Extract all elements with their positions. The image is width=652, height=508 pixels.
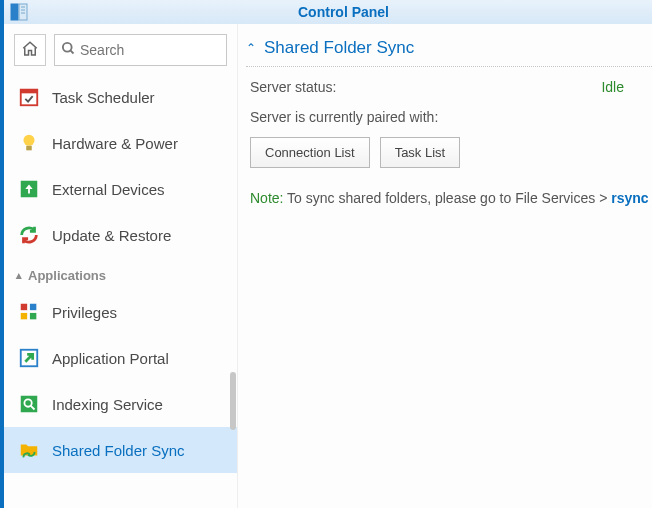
svg-rect-12 — [21, 304, 27, 310]
task-list-button[interactable]: Task List — [380, 137, 461, 168]
note-link-rsync[interactable]: rsync — [611, 190, 648, 206]
svg-rect-14 — [21, 313, 27, 319]
search-input-wrap[interactable] — [54, 34, 227, 66]
sidebar-item-update-restore[interactable]: Update & Restore — [4, 212, 237, 258]
home-icon — [21, 40, 39, 61]
scrollbar-thumb[interactable] — [230, 372, 236, 430]
sidebar-item-label: External Devices — [52, 181, 165, 198]
home-button[interactable] — [14, 34, 46, 66]
panel-title-text: Shared Folder Sync — [264, 38, 414, 58]
note-body: To sync shared folders, please go to Fil… — [283, 190, 611, 206]
search-icon — [61, 41, 76, 59]
search-input[interactable] — [80, 42, 220, 58]
folder-sync-icon — [18, 439, 40, 461]
sidebar-item-label: Hardware & Power — [52, 135, 178, 152]
sidebar-item-label: Privileges — [52, 304, 117, 321]
svg-rect-13 — [30, 304, 36, 310]
upload-device-icon — [18, 178, 40, 200]
svg-rect-15 — [30, 313, 36, 319]
sidebar-item-hardware-power[interactable]: Hardware & Power — [4, 120, 237, 166]
sidebar-nav: Task Scheduler Hardware & Power External… — [4, 74, 237, 508]
section-header-applications[interactable]: ▴ Applications — [4, 258, 237, 289]
sidebar-item-task-scheduler[interactable]: Task Scheduler — [4, 74, 237, 120]
refresh-icon — [18, 224, 40, 246]
sidebar-item-privileges[interactable]: Privileges — [4, 289, 237, 335]
status-label: Server status: — [250, 79, 336, 95]
window-title: Control Panel — [298, 4, 389, 20]
sidebar: Task Scheduler Hardware & Power External… — [4, 24, 238, 508]
note-text: Note: To sync shared folders, please go … — [246, 184, 652, 206]
privileges-icon — [18, 301, 40, 323]
titlebar: Control Panel — [4, 0, 652, 24]
chevron-up-icon: ⌃ — [246, 41, 256, 55]
app-logo-icon — [10, 3, 28, 21]
sidebar-item-application-portal[interactable]: Application Portal — [4, 335, 237, 381]
svg-rect-0 — [11, 4, 18, 20]
sidebar-item-label: Shared Folder Sync — [52, 442, 185, 459]
chevron-up-icon: ▴ — [16, 269, 22, 282]
paired-with-row: Server is currently paired with: — [246, 99, 652, 135]
panel-title[interactable]: ⌃ Shared Folder Sync — [246, 38, 652, 67]
sidebar-item-label: Application Portal — [52, 350, 169, 367]
sidebar-item-shared-folder-sync[interactable]: Shared Folder Sync — [4, 427, 237, 473]
svg-line-6 — [70, 50, 73, 53]
svg-point-9 — [24, 135, 35, 146]
main-panel: ⌃ Shared Folder Sync Server status: Idle… — [238, 24, 652, 508]
svg-rect-10 — [26, 146, 32, 151]
indexing-icon — [18, 393, 40, 415]
sidebar-item-label: Task Scheduler — [52, 89, 155, 106]
calendar-check-icon — [18, 86, 40, 108]
portal-icon — [18, 347, 40, 369]
server-status-row: Server status: Idle — [246, 67, 652, 99]
note-label: Note: — [250, 190, 283, 206]
svg-point-5 — [63, 43, 72, 52]
status-value: Idle — [601, 79, 624, 95]
svg-rect-17 — [21, 396, 38, 413]
lightbulb-icon — [18, 132, 40, 154]
svg-rect-8 — [21, 90, 38, 94]
sidebar-item-external-devices[interactable]: External Devices — [4, 166, 237, 212]
sidebar-item-indexing-service[interactable]: Indexing Service — [4, 381, 237, 427]
connection-list-button[interactable]: Connection List — [250, 137, 370, 168]
sidebar-item-label: Update & Restore — [52, 227, 171, 244]
section-label: Applications — [28, 268, 106, 283]
svg-rect-1 — [19, 4, 27, 20]
sidebar-item-label: Indexing Service — [52, 396, 163, 413]
